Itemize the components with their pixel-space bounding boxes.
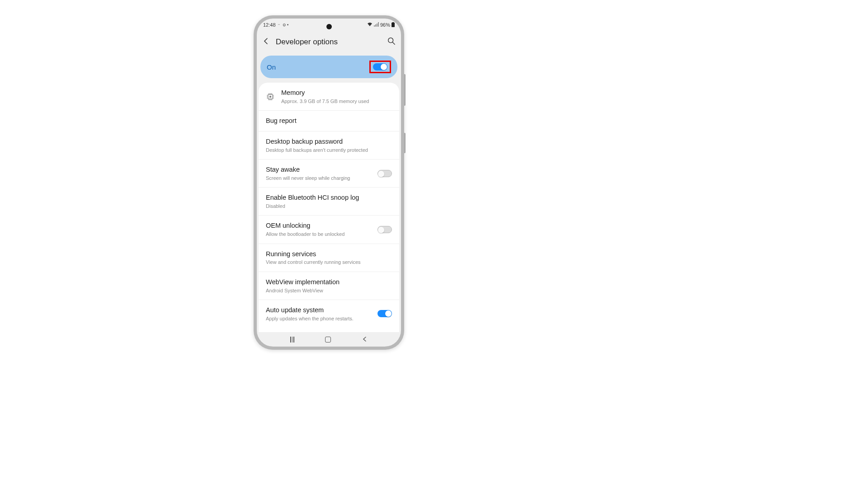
status-indicators-icon: ⠒ [278, 23, 281, 27]
row-title: Bug report [266, 117, 392, 125]
highlight-annotation [369, 61, 391, 73]
row-subtitle: Screen will never sleep while charging [266, 175, 371, 181]
row-subtitle: Apply updates when the phone restarts. [266, 315, 371, 322]
row-title: Desktop backup password [266, 137, 392, 146]
row-stay-awake[interactable]: Stay awake Screen will never sleep while… [259, 160, 399, 188]
row-auto-update[interactable]: Auto update system Apply updates when th… [259, 300, 399, 328]
phone-screen: 12:48 ⠒ ⊝ • 96% Developer op [257, 19, 401, 347]
row-title: Stay awake [266, 165, 371, 174]
svg-point-2 [388, 38, 393, 43]
row-subtitle: Desktop full backups aren't currently pr… [266, 147, 392, 153]
row-subtitle: Disabled [266, 203, 392, 209]
row-webview[interactable]: WebView implementation Android System We… [259, 272, 399, 300]
oem-unlocking-toggle[interactable] [377, 226, 392, 233]
row-running-services[interactable]: Running services View and control curren… [259, 244, 399, 272]
row-title: Running services [266, 250, 392, 258]
settings-list: Memory Approx. 3.9 GB of 7.5 GB memory u… [259, 83, 399, 332]
row-title: Enable Bluetooth HCI snoop log [266, 193, 392, 202]
row-title: Auto update system [266, 306, 371, 314]
svg-line-3 [393, 42, 395, 45]
row-bluetooth-hci[interactable]: Enable Bluetooth HCI snoop log Disabled [259, 188, 399, 216]
memory-icon [266, 92, 275, 101]
row-subtitle: Approx. 3.9 GB of 7.5 GB memory used [281, 98, 392, 104]
auto-update-toggle[interactable] [377, 310, 392, 317]
row-title: Memory [281, 89, 392, 97]
back-icon[interactable] [262, 38, 269, 47]
wifi-icon [367, 22, 373, 28]
row-memory[interactable]: Memory Approx. 3.9 GB of 7.5 GB memory u… [259, 83, 399, 111]
stay-awake-toggle[interactable] [377, 170, 392, 177]
status-time: 12:48 [263, 22, 276, 28]
master-toggle-switch[interactable] [373, 63, 387, 70]
master-toggle-label: On [267, 63, 276, 71]
battery-text: 96% [380, 22, 390, 28]
page-header: Developer options [257, 31, 401, 53]
row-oem-unlocking[interactable]: OEM unlocking Allow the bootloader to be… [259, 216, 399, 244]
battery-icon [392, 22, 395, 28]
nav-recent-icon[interactable] [290, 337, 294, 343]
navigation-bar [257, 332, 401, 347]
master-toggle-row[interactable]: On [260, 56, 397, 78]
row-title: WebView implementation [266, 278, 392, 286]
nav-home-icon[interactable] [325, 337, 331, 343]
nav-back-icon[interactable] [362, 336, 368, 343]
search-icon[interactable] [387, 37, 396, 47]
row-subtitle: Allow the bootloader to be unlocked [266, 231, 371, 237]
status-app-icon: ⊝ • [283, 23, 289, 27]
signal-icon [374, 22, 379, 28]
row-title: OEM unlocking [266, 221, 371, 230]
camera-cutout [326, 24, 332, 29]
svg-rect-1 [392, 22, 394, 23]
phone-frame: 12:48 ⠒ ⊝ • 96% Developer op [254, 15, 404, 350]
row-bug-report[interactable]: Bug report [259, 111, 399, 131]
row-subtitle: View and control currently running servi… [266, 259, 392, 265]
svg-rect-0 [392, 23, 395, 27]
page-title: Developer options [276, 38, 381, 47]
row-desktop-backup[interactable]: Desktop backup password Desktop full bac… [259, 131, 399, 160]
row-subtitle: Android System WebView [266, 287, 392, 294]
svg-rect-5 [269, 96, 271, 98]
